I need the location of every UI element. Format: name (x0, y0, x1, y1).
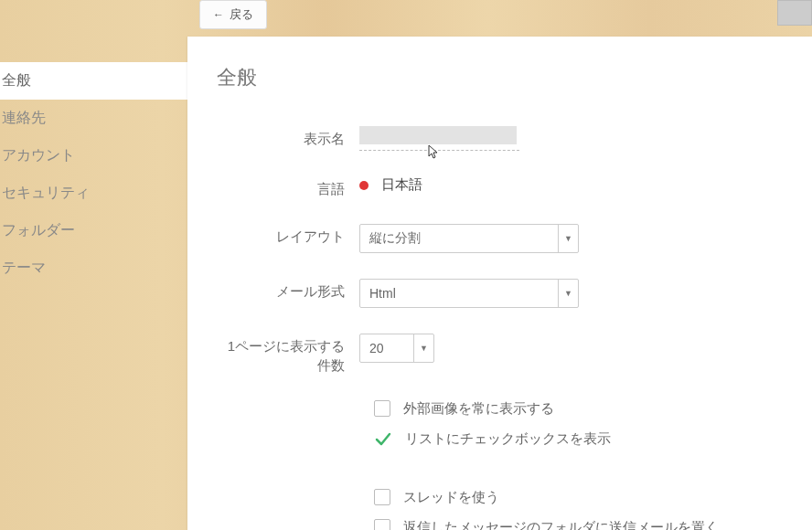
checkbox-list-checkboxes[interactable]: リストにチェックボックスを表示 (374, 430, 788, 449)
mail-format-select[interactable]: Html ▼ (359, 279, 579, 308)
sidebar-item-account[interactable]: アカウント (0, 137, 187, 175)
per-page-select[interactable]: 20 ▼ (359, 334, 434, 363)
chevron-down-icon: ▼ (558, 225, 578, 252)
settings-sidebar: 全般 連絡先 アカウント セキュリティ フォルダー テーマ (0, 37, 187, 530)
pointer-cursor-icon (423, 144, 440, 166)
checkmark-icon (374, 430, 392, 449)
sidebar-item-theme[interactable]: テーマ (0, 249, 187, 287)
chevron-down-icon: ▼ (413, 334, 433, 362)
checkbox-icon (374, 489, 390, 505)
sidebar-item-folders[interactable]: フォルダー (0, 212, 187, 249)
chevron-down-icon: ▼ (558, 280, 578, 307)
mail-format-label: メール形式 (217, 279, 359, 301)
flag-dot-icon (359, 181, 369, 190)
arrow-left-icon: ← (213, 8, 224, 21)
page-title: 全般 (217, 64, 788, 91)
per-page-label: 1ページに表示する件数 (217, 334, 359, 375)
sidebar-item-general[interactable]: 全般 (0, 62, 187, 100)
display-name-field[interactable] (359, 126, 517, 144)
sidebar-item-contacts[interactable]: 連絡先 (0, 100, 187, 137)
layout-select[interactable]: 縦に分割 ▼ (359, 224, 579, 253)
back-button-label: 戻る (230, 6, 253, 23)
checkbox-use-threads[interactable]: スレッドを使う (374, 489, 788, 506)
layout-label: レイアウト (217, 224, 359, 246)
display-name-underline (359, 150, 519, 151)
language-value[interactable]: 日本語 (359, 176, 788, 194)
back-button[interactable]: ← 戻る (199, 0, 267, 29)
sidebar-item-security[interactable]: セキュリティ (0, 175, 187, 212)
checkbox-icon (374, 519, 390, 530)
checkbox-icon (374, 400, 390, 417)
language-label: 言語 (217, 176, 359, 198)
checkbox-external-images[interactable]: 外部画像を常に表示する (374, 400, 788, 418)
display-name-label: 表示名 (217, 126, 359, 148)
corner-placeholder (777, 0, 812, 26)
checkbox-store-sent-in-folder[interactable]: 返信したメッセージのフォルダに送信メールを置く (374, 519, 788, 530)
general-panel: 全般 表示名 言語 日本語 レイアウト 縦に分割 ▼ (187, 37, 812, 530)
